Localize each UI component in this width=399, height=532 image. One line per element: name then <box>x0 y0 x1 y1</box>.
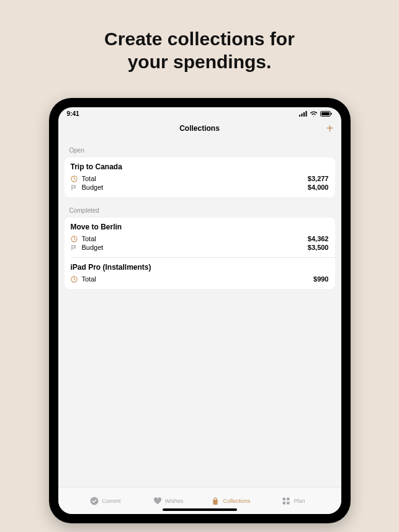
svg-rect-14 <box>287 502 290 505</box>
svg-rect-5 <box>321 112 330 115</box>
tab-label: Collections <box>223 498 250 504</box>
row-label: Total <box>82 235 96 242</box>
tab-label: Current <box>102 498 120 504</box>
status-indicators <box>299 111 333 117</box>
row-label: Budget <box>82 244 104 251</box>
bag-icon <box>211 497 220 505</box>
row-value: $3,500 <box>308 244 329 251</box>
headline-line1: Create collections for <box>104 29 295 49</box>
collection-item[interactable]: Trip to Canada Total $3,277 Budget $4 <box>65 157 335 197</box>
svg-rect-3 <box>305 111 307 117</box>
tab-label: Wishes <box>165 498 184 504</box>
svg-rect-12 <box>287 497 290 500</box>
grid-icon <box>282 497 290 505</box>
status-bar: 9:41 <box>58 107 341 120</box>
row-value: $990 <box>313 275 328 283</box>
headline-line2: your spendings. <box>128 51 272 72</box>
collection-row: Total $990 <box>71 275 329 283</box>
signal-icon <box>299 111 307 117</box>
total-icon <box>71 235 78 242</box>
row-label: Total <box>82 275 96 283</box>
collection-title: iPad Pro (Installments) <box>71 263 329 272</box>
tab-label: Plan <box>294 498 305 504</box>
row-label: Budget <box>82 184 104 191</box>
collection-item[interactable]: Move to Berlin Total $4,362 Budget $3 <box>65 218 335 257</box>
battery-icon <box>320 111 333 117</box>
wifi-icon <box>310 111 318 117</box>
section-header-open: Open <box>65 137 335 157</box>
collection-title: Move to Berlin <box>71 223 329 231</box>
collection-row: Total $4,362 <box>71 235 329 242</box>
open-card: Trip to Canada Total $3,277 Budget $4 <box>65 157 335 197</box>
home-indicator <box>163 508 237 511</box>
row-value: $4,362 <box>308 235 329 242</box>
marketing-headline: Create collections for your spendings. <box>0 0 399 73</box>
collection-item[interactable]: iPad Pro (Installments) Total $990 <box>65 258 335 289</box>
ipad-screen: 9:41 Collections + Open <box>58 107 341 514</box>
collection-row: Budget $4,000 <box>71 184 329 191</box>
tab-plan[interactable]: Plan <box>262 487 325 514</box>
row-value: $4,000 <box>308 184 329 191</box>
total-icon <box>71 175 78 182</box>
svg-rect-1 <box>301 113 302 117</box>
ipad-frame: 9:41 Collections + Open <box>49 98 351 523</box>
collection-row: Budget $3,500 <box>71 244 329 251</box>
row-label: Total <box>82 175 96 182</box>
page-title: Collections <box>179 124 220 133</box>
total-icon <box>71 275 78 283</box>
svg-rect-2 <box>303 112 305 117</box>
completed-card: Move to Berlin Total $4,362 Budget $3 <box>65 218 335 289</box>
svg-rect-6 <box>331 113 332 115</box>
add-button[interactable]: + <box>326 122 334 135</box>
tab-current[interactable]: Current <box>74 487 137 514</box>
section-header-completed: Completed <box>65 197 335 218</box>
nav-bar: Collections + <box>58 120 341 137</box>
heart-icon <box>153 497 162 505</box>
svg-rect-13 <box>283 502 286 505</box>
content-area: Open Trip to Canada Total $3,277 <box>58 137 341 487</box>
budget-icon <box>71 244 78 251</box>
collection-row: Total $3,277 <box>71 175 329 182</box>
collection-title: Trip to Canada <box>71 162 329 171</box>
status-time: 9:41 <box>67 110 79 117</box>
budget-icon <box>71 184 78 191</box>
row-value: $3,277 <box>308 175 329 182</box>
svg-rect-0 <box>299 115 300 117</box>
svg-rect-11 <box>283 497 286 500</box>
checkmark-circle-icon <box>90 497 99 505</box>
